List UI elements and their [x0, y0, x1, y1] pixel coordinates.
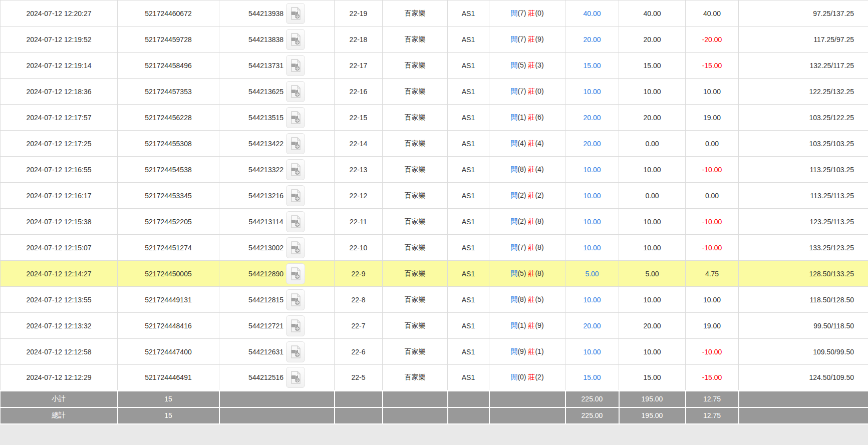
game-result: 閒(2) 莊(8) [489, 209, 565, 235]
balance: 97.25/137.25 [739, 1, 868, 27]
video-replay-button[interactable] [286, 289, 305, 310]
valid-bet: 5.00 [619, 261, 686, 287]
video-file-icon [290, 59, 302, 72]
banker-label: 莊 [528, 61, 535, 69]
player-score: (7) [517, 87, 526, 95]
valid-bet: 20.00 [619, 27, 686, 53]
bet-amount-link[interactable]: 10.00 [583, 244, 601, 252]
banker-score: (9) [535, 321, 543, 329]
valid-bet: 10.00 [619, 209, 686, 235]
bet-amount-link[interactable]: 15.00 [583, 62, 601, 70]
banker-label: 莊 [528, 217, 535, 225]
bet-time: 2024-07-12 12:19:14 [1, 53, 118, 79]
bet-time: 2024-07-12 12:13:55 [1, 287, 118, 313]
table-row: 2024-07-12 12:12:29 521724446491 5442125… [1, 365, 868, 391]
video-file-icon [290, 85, 302, 98]
banker-score: (2) [535, 191, 543, 199]
win-loss: -10.00 [686, 209, 739, 235]
game-result: 閒(7) 莊(8) [489, 235, 565, 261]
player-label: 閒 [510, 217, 517, 225]
player-label: 閒 [510, 165, 517, 173]
player-score: (9) [517, 347, 526, 355]
balance: 122.25/132.25 [739, 79, 868, 105]
table-round: 22-17 [335, 53, 383, 79]
video-replay-button[interactable] [286, 263, 305, 284]
video-file-icon [290, 33, 302, 46]
player-score: (7) [517, 35, 526, 43]
bet-amount-link[interactable]: 40.00 [583, 10, 601, 18]
game-type: 百家樂 [383, 313, 448, 339]
video-replay-button[interactable] [286, 159, 305, 180]
video-replay-button[interactable] [286, 133, 305, 154]
balance: 118.50/128.50 [739, 287, 868, 313]
bet-amount-link[interactable]: 10.00 [583, 218, 601, 226]
video-replay-button[interactable] [286, 107, 305, 128]
valid-bet: 10.00 [619, 157, 686, 183]
video-replay-button[interactable] [286, 185, 305, 206]
player-label: 閒 [510, 243, 517, 251]
bet-amount-link[interactable]: 10.00 [583, 296, 601, 304]
player-label: 閒 [510, 139, 517, 147]
video-replay-button[interactable] [286, 55, 305, 76]
bet-amount-link[interactable]: 10.00 [583, 166, 601, 174]
banker-score: (8) [535, 243, 543, 251]
table-id: AS1 [448, 1, 489, 27]
video-replay-button[interactable] [286, 81, 305, 102]
player-label: 閒 [510, 61, 517, 69]
table-row: 2024-07-12 12:13:55 521724449131 5442128… [1, 287, 868, 313]
table-id: AS1 [448, 105, 489, 131]
banker-score: (4) [535, 139, 543, 147]
bet-amount-link[interactable]: 10.00 [583, 348, 601, 356]
bet-amount-link[interactable]: 20.00 [583, 114, 601, 122]
bet-time: 2024-07-12 12:14:27 [1, 261, 118, 287]
subtotal-label: 小計 [1, 391, 118, 407]
video-replay-button[interactable] [286, 29, 305, 50]
valid-bet: 0.00 [619, 131, 686, 157]
bet-time: 2024-07-12 12:17:57 [1, 105, 118, 131]
game-type: 百家樂 [383, 53, 448, 79]
banker-label: 莊 [528, 373, 535, 381]
banker-label: 莊 [528, 9, 535, 17]
table-round: 22-14 [335, 131, 383, 157]
bet-amount-link[interactable]: 20.00 [583, 322, 601, 330]
video-replay-button[interactable] [286, 3, 305, 24]
bet-amount-link[interactable]: 10.00 [583, 88, 601, 96]
table-round: 22-5 [335, 365, 383, 391]
game-result: 閒(5) 莊(8) [489, 261, 565, 287]
table-id: AS1 [448, 261, 489, 287]
video-replay-button[interactable] [286, 315, 305, 336]
total-label: 總計 [1, 407, 118, 424]
player-label: 閒 [510, 35, 517, 43]
bet-amount-link[interactable]: 5.00 [585, 270, 599, 278]
bet-amount-link[interactable]: 15.00 [583, 373, 601, 381]
table-row: 2024-07-12 12:12:58 521724447400 5442126… [1, 339, 868, 365]
video-file-icon [290, 345, 302, 358]
subtotal-row: 小計 15 225.00 195.00 12.75 [1, 391, 868, 407]
game-round-id: 544213515 [248, 114, 283, 122]
bet-amount-link[interactable]: 20.00 [583, 36, 601, 44]
bet-amount-link[interactable]: 20.00 [583, 140, 601, 148]
player-score: (7) [517, 243, 526, 251]
balance: 103.25/122.25 [739, 105, 868, 131]
balance: 109.50/99.50 [739, 339, 868, 365]
table-row: 2024-07-12 12:13:32 521724448416 5442127… [1, 313, 868, 339]
table-row: 2024-07-12 12:15:38 521724452205 5442131… [1, 209, 868, 235]
player-score: (5) [517, 269, 526, 277]
video-file-icon [290, 215, 302, 228]
video-replay-button[interactable] [286, 237, 305, 258]
game-type: 百家樂 [383, 209, 448, 235]
banker-label: 莊 [528, 113, 535, 121]
video-replay-button[interactable] [286, 211, 305, 232]
video-replay-button[interactable] [286, 367, 305, 388]
subtotal-valid-bet: 195.00 [619, 391, 686, 407]
table-round: 22-9 [335, 261, 383, 287]
win-loss: -10.00 [686, 235, 739, 261]
video-replay-button[interactable] [286, 341, 305, 362]
table-row: 2024-07-12 12:20:27 521724460672 5442139… [1, 1, 868, 27]
table-row: 2024-07-12 12:16:55 521724454538 5442133… [1, 157, 868, 183]
bet-amount-link[interactable]: 10.00 [583, 192, 601, 200]
banker-score: (2) [535, 373, 543, 381]
table-row: 2024-07-12 12:17:25 521724455308 5442134… [1, 131, 868, 157]
bet-id: 521724450005 [118, 261, 219, 287]
banker-label: 莊 [528, 347, 535, 355]
